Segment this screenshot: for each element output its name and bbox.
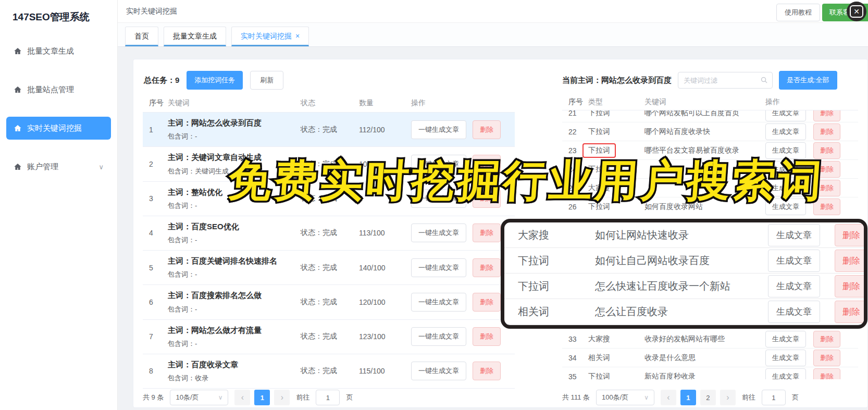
keyword-filter — [678, 72, 773, 89]
delete-button[interactable]: 删除 — [835, 224, 867, 246]
task-row[interactable]: 5 主词：百度关键词排名快速排名 包含词：- 状态：完成 140/100 一键生… — [143, 251, 515, 285]
keyword-type: 大家搜 — [588, 334, 610, 344]
generate-article-button[interactable]: 生成文章 — [768, 250, 820, 272]
sidebar-item-article-batch[interactable]: 批量文章生成 — [6, 40, 111, 63]
sidebar-item-account[interactable]: 账户管理 ∨ — [6, 155, 111, 178]
task-row[interactable]: 7 主词：网站怎么做才有流量 包含词：- 状态：完成 123/100 一键生成文… — [143, 320, 515, 354]
keyword-row-num: 22 — [562, 128, 588, 136]
task-main-word: 主词：百度收录文章 — [168, 359, 301, 370]
task-include-word: 包含词：- — [168, 339, 301, 349]
delete-button[interactable]: 删除 — [473, 120, 501, 139]
one-click-generate-button[interactable]: 一键生成文章 — [411, 362, 466, 380]
keyword-actions: 生成文章 删除 — [765, 110, 858, 121]
keyword-text: 收录是什么意思 — [644, 353, 765, 363]
task-row-keyword-cell: 主词：网站怎么做才有流量 包含词：- — [168, 325, 301, 349]
delete-button[interactable]: 删除 — [813, 110, 840, 121]
delete-button[interactable]: 删除 — [473, 362, 501, 380]
callout-type: 下拉词 — [518, 254, 595, 268]
tutorial-button[interactable]: 使用教程 — [776, 4, 820, 21]
keyword-row[interactable]: 34 相关词 收录是什么意思 生成文章 删除 — [562, 349, 858, 367]
generate-article-button[interactable]: 生成文章 — [765, 368, 806, 380]
task-row[interactable]: 1 主词：网站怎么收录到百度 包含词：- 状态：完成 112/100 一键生成文… — [143, 113, 515, 147]
one-click-generate-button[interactable]: 一键生成文章 — [411, 293, 466, 312]
promo-overlay-text: 免费实时挖掘行业用户搜索词 — [227, 156, 826, 205]
generate-article-button[interactable]: 生成文章 — [765, 350, 806, 366]
generate-article-button[interactable]: 生成文章 — [765, 331, 806, 347]
callout-keyword: 怎么让百度收录 — [595, 305, 768, 319]
task-row[interactable]: 8 主词：百度收录文章 包含词：收录 状态：完成 115/100 一键生成文章 … — [143, 354, 515, 389]
generate-article-button[interactable]: 生成文章 — [768, 275, 820, 297]
home-icon — [14, 163, 22, 171]
generate-article-button[interactable]: 生成文章 — [765, 110, 806, 121]
per-page-select[interactable]: 100条/页 ∨ — [596, 390, 654, 405]
task-row-num: 3 — [143, 194, 168, 203]
generate-all-button[interactable]: 是否生成:全部 — [779, 71, 837, 90]
tab-article-batch[interactable]: 批量文章生成 — [164, 27, 226, 46]
content-card: 总任务：9 添加挖词任务 刷新 序号 关键词 状态 数量 操作 1 主词：网站怎… — [133, 59, 868, 408]
delete-button[interactable]: 删除 — [813, 368, 840, 380]
floating-widget-icon[interactable]: ✕ — [847, 2, 866, 21]
delete-button[interactable]: 删除 — [835, 250, 867, 272]
one-click-generate-button[interactable]: 一键生成文章 — [411, 223, 466, 242]
callout-row: 相关词 怎么让百度收录 生成文章 删除 — [504, 299, 864, 325]
page-button-1[interactable]: 1 — [680, 390, 696, 405]
app-title: 147SEO管理系统 — [0, 0, 117, 24]
prev-page-button[interactable]: ‹ — [234, 390, 250, 405]
keyword-filter-input[interactable] — [678, 72, 773, 89]
next-page-button[interactable]: › — [720, 390, 736, 405]
next-page-button[interactable]: › — [274, 390, 290, 405]
chevron-down-icon: ∨ — [644, 394, 649, 401]
home-icon — [14, 85, 22, 94]
delete-button[interactable]: 删除 — [813, 123, 840, 140]
goto-label: 前往 — [296, 393, 309, 402]
keyword-row[interactable]: 21 下拉词 哪个网站发帖可以上百度首页 生成文章 删除 — [562, 110, 858, 122]
close-icon[interactable]: × — [295, 32, 300, 40]
sidebar-item-site-batch[interactable]: 批量站点管理 — [6, 78, 111, 101]
add-mining-task-button[interactable]: 添加挖词任务 — [187, 71, 243, 90]
tab-home[interactable]: 首页 — [125, 27, 158, 46]
goto-page-input[interactable] — [316, 390, 340, 405]
keyword-actions: 生成文章 删除 — [765, 350, 858, 366]
col-header-qty: 数量 — [359, 98, 411, 108]
prev-page-button[interactable]: ‹ — [661, 390, 676, 405]
delete-button[interactable]: 删除 — [835, 275, 867, 297]
keyword-row-num: 34 — [562, 354, 588, 362]
task-row[interactable]: 6 主词：百度搜索排名怎么做 包含词：- 状态：完成 120/100 一键生成文… — [143, 285, 515, 319]
keyword-text: 哪些平台发文容易被百度收录 — [644, 146, 765, 155]
delete-button[interactable]: 删除 — [473, 293, 501, 312]
keyword-row[interactable]: 35 下拉词 新站百度秒收录 生成文章 删除 — [562, 367, 858, 379]
sidebar-item-keyword-mining[interactable]: 实时关键词挖掘 — [6, 117, 111, 140]
total-tasks-label: 总任务：9 — [144, 76, 179, 85]
task-include-word: 包含词：- — [168, 235, 301, 245]
goto-page-input[interactable] — [762, 390, 786, 405]
delete-button[interactable]: 删除 — [835, 301, 867, 323]
delete-button[interactable]: 删除 — [813, 350, 840, 366]
generate-article-button[interactable]: 生成文章 — [768, 224, 820, 246]
tab-keyword-mining[interactable]: 实时关键词挖掘× — [231, 27, 309, 46]
one-click-generate-button[interactable]: 一键生成文章 — [411, 120, 466, 139]
task-row-keyword-cell: 主词：网站怎么收录到百度 包含词：- — [168, 118, 301, 141]
keyword-row[interactable]: 22 下拉词 哪个网站百度收录快 生成文章 删除 — [562, 122, 858, 141]
generate-article-button[interactable]: 生成文章 — [765, 123, 806, 140]
task-main-word: 主词：网站怎么做才有流量 — [168, 325, 301, 336]
delete-button[interactable]: 删除 — [473, 327, 501, 346]
page-button-2[interactable]: 2 — [700, 390, 716, 405]
one-click-generate-button[interactable]: 一键生成文章 — [411, 327, 466, 346]
generate-article-button[interactable]: 生成文章 — [768, 301, 820, 323]
delete-button[interactable]: 删除 — [813, 331, 840, 347]
one-click-generate-button[interactable]: 一键生成文章 — [411, 258, 466, 277]
tab-label: 实时关键词挖掘 — [241, 32, 292, 40]
per-page-select[interactable]: 10条/页 ∨ — [170, 390, 228, 405]
task-row-keyword-cell: 主词：百度SEO优化 包含词：- — [168, 221, 301, 245]
keyword-rows-lower: 33 大家搜 收录好的发帖网站有哪些 生成文章 删除 34 相关词 收录是什么意… — [562, 330, 858, 379]
delete-button[interactable]: 删除 — [473, 258, 501, 277]
keyword-row[interactable]: 33 大家搜 收录好的发帖网站有哪些 生成文章 删除 — [562, 330, 858, 349]
sidebar-item-label: 批量文章生成 — [27, 46, 74, 56]
task-actions: 一键生成文章 删除 — [411, 120, 515, 139]
refresh-button[interactable]: 刷新 — [250, 71, 283, 90]
callout-type: 下拉词 — [518, 279, 595, 293]
delete-button[interactable]: 删除 — [473, 223, 501, 242]
page-button-1[interactable]: 1 — [254, 390, 270, 405]
task-row[interactable]: 4 主词：百度SEO优化 包含词：- 状态：完成 113/100 一键生成文章 … — [143, 216, 515, 251]
sidebar-item-label: 实时关键词挖掘 — [27, 123, 82, 133]
